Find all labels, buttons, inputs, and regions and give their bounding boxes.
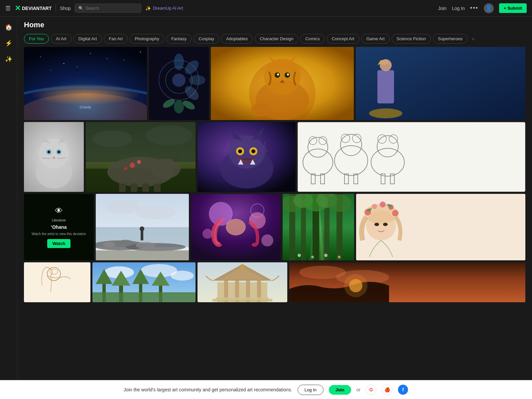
header-right: Join Log In ••• 👤 + Submit [438, 3, 527, 13]
login-link[interactable]: Log In [452, 6, 465, 11]
svg-point-37 [380, 59, 392, 71]
tab-fantasy[interactable]: Fantasy [166, 34, 192, 44]
tab-concept-art[interactable]: Concept Art [327, 34, 359, 44]
svg-point-47 [58, 151, 60, 153]
gallery-row-1: Gravity [24, 47, 525, 120]
gallery-item-tiger[interactable] [211, 47, 354, 120]
search-input[interactable] [85, 6, 138, 11]
svg-point-128 [328, 195, 351, 212]
svg-rect-105 [141, 230, 143, 240]
svg-point-1 [40, 57, 41, 57]
tab-photography[interactable]: Photography [130, 34, 164, 44]
svg-point-103 [117, 240, 134, 246]
sidebar-item-premium[interactable]: ✨ [2, 53, 15, 66]
svg-point-98 [136, 205, 176, 219]
gallery-item-sunset[interactable] [289, 262, 525, 302]
sidebar-item-watch[interactable]: ⚡ [2, 37, 15, 50]
submit-button[interactable]: + Submit [499, 3, 527, 13]
dreamup-label: DreamUp AI Art [153, 6, 183, 11]
shop-link[interactable]: Shop [60, 6, 71, 11]
gallery-item-space[interactable]: Gravity [24, 47, 147, 120]
gallery-item-temple[interactable] [198, 262, 287, 302]
svg-point-3 [90, 53, 91, 54]
svg-point-53 [146, 125, 192, 145]
tab-for-you[interactable]: For You [24, 34, 49, 44]
svg-point-130 [311, 256, 314, 258]
svg-point-129 [298, 254, 301, 257]
sidebar-item-home[interactable]: 🏠 [2, 21, 15, 34]
svg-point-97 [106, 200, 139, 214]
svg-rect-171 [216, 297, 269, 300]
svg-rect-61 [154, 184, 161, 192]
gallery-item-floral[interactable] [356, 194, 525, 260]
user-avatar[interactable]: 👤 [484, 3, 494, 13]
svg-rect-59 [131, 184, 137, 192]
tab-superheroes[interactable]: Superheroes [433, 34, 467, 44]
tab-ai-art[interactable]: AI Art [51, 34, 71, 44]
svg-rect-107 [96, 250, 189, 260]
gallery-item-ornate[interactable] [149, 47, 209, 120]
svg-point-132 [338, 256, 340, 258]
main-header: ☰ ✕ DEVIANTART Shop 🔍 ✨ DreamUp AI Art J… [0, 0, 532, 17]
svg-point-38 [369, 108, 402, 118]
svg-point-144 [383, 223, 388, 226]
gallery-item-line-art[interactable] [24, 262, 90, 302]
tab-science-fiction[interactable]: Science Fiction [392, 34, 431, 44]
search-bar[interactable]: 🔍 [75, 4, 141, 13]
tab-digital-art[interactable]: Digital Art [73, 34, 102, 44]
svg-point-15 [172, 73, 186, 87]
hamburger-menu[interactable]: ☰ [5, 5, 11, 12]
tab-comics[interactable]: Comics [300, 34, 325, 44]
gallery-item-mermaid[interactable] [191, 194, 281, 260]
svg-point-16 [174, 54, 184, 70]
gallery-item-literature[interactable]: 👁 Literature 'Ohana Watch the artist to … [24, 194, 94, 260]
svg-text:Gravity: Gravity [80, 105, 91, 109]
logo-text: DEVIANTART [22, 6, 52, 11]
watch-button[interactable]: Watch [47, 239, 71, 248]
gallery-item-landscape[interactable] [92, 262, 196, 302]
gallery-item-king[interactable] [356, 47, 525, 120]
gallery-item-bears-sketch[interactable] [298, 122, 525, 192]
svg-rect-58 [119, 184, 126, 192]
svg-point-30 [287, 73, 289, 75]
svg-point-151 [171, 271, 194, 281]
tab-cosplay[interactable]: Cosplay [194, 34, 219, 44]
tab-more-chevron[interactable]: › [469, 35, 476, 43]
svg-point-22 [174, 100, 184, 113]
svg-point-101 [126, 243, 186, 251]
tab-game-art[interactable]: Game Art [361, 34, 390, 44]
svg-point-2 [64, 63, 65, 64]
gallery-item-cat[interactable] [24, 122, 84, 192]
tab-character-design[interactable]: Character Design [255, 34, 298, 44]
svg-point-143 [374, 223, 379, 226]
svg-point-110 [249, 212, 266, 229]
logo[interactable]: ✕ DEVIANTART [15, 4, 52, 13]
gallery-item-beach[interactable] [96, 194, 189, 260]
more-menu[interactable]: ••• [470, 5, 478, 12]
svg-point-7 [77, 66, 77, 67]
gallery-row-2 [24, 122, 525, 192]
tab-adoptables[interactable]: Adoptables [221, 34, 253, 44]
svg-point-33 [251, 103, 271, 117]
svg-point-62 [130, 163, 135, 168]
header-divider [56, 4, 56, 12]
dreamup-link[interactable]: ✨ DreamUp AI Art [145, 6, 183, 11]
tab-fan-art[interactable]: Fan Art [104, 34, 128, 44]
svg-point-29 [277, 73, 279, 75]
svg-point-6 [50, 70, 51, 70]
main-content: Home For You AI Art Digital Art Fan Art … [17, 17, 532, 311]
gallery: Gravity [17, 47, 532, 311]
svg-rect-36 [377, 70, 394, 103]
join-link[interactable]: Join [438, 6, 447, 11]
svg-point-137 [372, 204, 377, 209]
gallery-item-forest[interactable] [283, 194, 354, 260]
logo-icon: ✕ [15, 4, 21, 13]
gallery-item-wolf[interactable] [198, 122, 296, 192]
svg-point-106 [140, 226, 144, 231]
svg-point-72 [238, 149, 242, 153]
svg-point-5 [140, 52, 141, 53]
svg-point-111 [202, 229, 212, 239]
gallery-item-rhino[interactable] [86, 122, 196, 192]
svg-point-52 [92, 130, 132, 147]
svg-point-102 [103, 242, 115, 247]
